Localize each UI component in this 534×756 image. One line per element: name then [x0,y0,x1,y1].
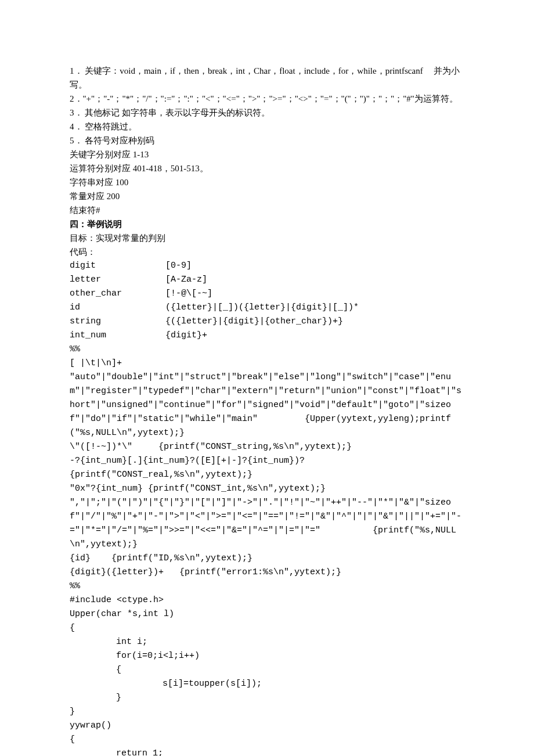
upper-for: for(i=0;i<l;i++) [70,649,464,663]
def-letter: letter [A-Za-z] [70,273,464,287]
def-digit: digit [0-9] [70,259,464,273]
upper-decl: Upper(char *s,int l) [70,607,464,621]
item-5: 5． 各符号对应种别码 [70,134,464,147]
lex-real-action: {printf("CONST_real,%s\n",yytext);} [70,468,464,482]
brace-close: } [70,705,464,719]
def-key: int_num [70,329,165,343]
brace-open-wrap: { [70,733,464,747]
lex-keywords: "auto"|"double"|"int"|"struct"|"break"|"… [70,370,464,440]
def-val: [A-Za-z] [165,273,464,287]
document-page: 1． 关键字：void，main，if，then，break，int，Char，… [0,0,534,756]
lex-operators: ","|";"|"("|")"|"{"|"}"|"["|"]"|"->"|"."… [70,496,464,552]
code-string: 字符串对应 100 [70,175,464,189]
def-val: {digit}+ [165,329,464,343]
def-val: [!-@\[-~] [165,287,464,301]
brace-close-inner: } [70,691,464,705]
def-other-char: other_char [!-@\[-~] [70,287,464,301]
item-3: 3． 其他标记 如字符串，表示以字母开头的标识符。 [70,106,464,120]
def-val: {({letter}|{digit}|{other_char})+} [165,315,464,329]
brace-open: { [70,621,464,635]
lex-error-rule: {digit}({letter})+ {printf("error1:%s\n"… [70,566,464,579]
def-val: ({letter}|[_])({letter}|{digit}|[_])* [165,301,464,315]
def-key: other_char [70,287,165,301]
lex-id-rule: {id} {printf("ID,%s\n",yytext);} [70,552,464,566]
yywrap-decl: yywrap() [70,719,464,733]
def-key: id [70,301,165,315]
section-4-goal: 目标：实现对常量的判别 [70,231,464,245]
upper-int-i: int i; [70,635,464,649]
lex-section-start: %% [70,343,464,357]
lex-include: #include <ctype.h> [70,593,464,607]
def-key: digit [70,259,165,273]
lex-int-rule: "0x"?{int_num} {printf("CONST_int,%s\n",… [70,482,464,496]
brace-open-inner: { [70,663,464,677]
yywrap-return: return 1; [70,747,464,756]
def-string: string {({letter}|{digit}|{other_char})+… [70,315,464,329]
lex-whitespace: [ |\t|\n]+ [70,357,464,370]
item-1: 1． 关键字：void，main，if，then，break，int，Char，… [70,64,464,92]
code-end: 结束符# [70,203,464,217]
def-int-num: int_num {digit}+ [70,329,464,343]
upper-toupper: s[i]=toupper(s[i]); [70,677,464,691]
code-keyword: 关键字分别对应 1-13 [70,147,464,161]
def-id: id ({letter}|[_])({letter}|{digit}|[_])* [70,301,464,315]
def-val: [0-9] [165,259,464,273]
def-key: letter [70,273,165,287]
section-4-codelabel: 代码： [70,245,464,259]
code-const: 常量对应 200 [70,189,464,203]
lex-real-pattern: -?{int_num}[.]{int_num}?([E][+|-]?{int_n… [70,454,464,468]
item-2: 2．"+"；"-"；"*"；"/"；":="；":"；"<"；"<="；">"；… [70,92,464,106]
section-4-title: 四：举例说明 [70,217,464,231]
lex-string-rule: \"([!-~])*\" {printf("CONST_string,%s\n"… [70,440,464,454]
item-4: 4． 空格符跳过。 [70,120,464,134]
lex-section-end: %% [70,579,464,593]
def-key: string [70,315,165,329]
code-operator: 运算符分别对应 401-418，501-513。 [70,161,464,175]
